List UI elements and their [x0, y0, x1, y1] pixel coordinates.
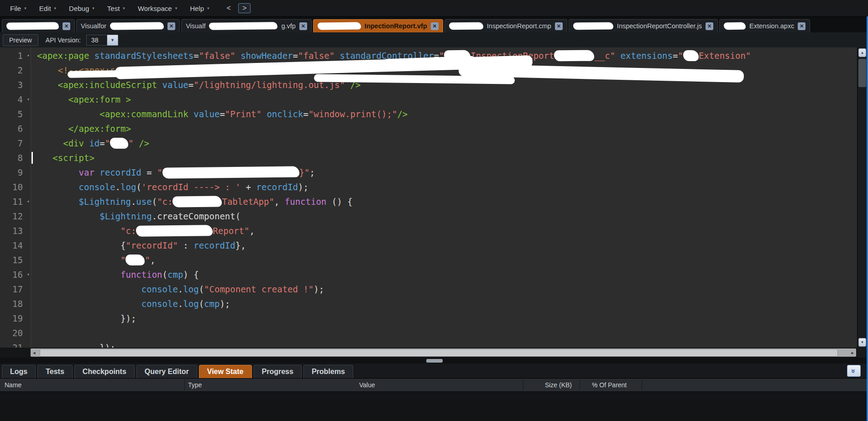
code-text[interactable]: <apex:form > [31, 92, 131, 107]
vertical-scrollbar[interactable]: ▲ ▼ [857, 47, 867, 348]
code-text[interactable]: console.log('recordId ----> : ' + record… [31, 180, 309, 194]
code-token: ); [220, 299, 230, 309]
api-version-select[interactable]: 38 ▼ [86, 35, 118, 46]
code-token [37, 153, 52, 163]
code-text[interactable]: }); [31, 311, 136, 326]
close-icon[interactable]: ✕ [706, 22, 713, 30]
code-text[interactable]: <apex:includeScript value="/lightning/li… [31, 78, 361, 92]
menu-file[interactable]: File▾ [4, 2, 33, 15]
code-line: 11▾ $Lightning.use("c:TabletApp", functi… [0, 194, 857, 209]
fold-arrow-icon[interactable]: ▾ [27, 48, 30, 63]
bottom-tab-logs[interactable]: Logs [2, 365, 36, 378]
column-header-name[interactable]: Name [5, 379, 21, 391]
code-token: /> [139, 138, 149, 148]
scroll-up-icon[interactable]: ▲ [858, 48, 866, 57]
code-text[interactable]: "c:Report", [31, 223, 255, 238]
menu-workspace[interactable]: Workspace▾ [131, 2, 183, 15]
code-text[interactable]: $Lightning.use("c:TabletApp", function (… [31, 194, 352, 209]
menu-debug[interactable]: Debug▾ [63, 2, 101, 15]
fold-arrow-icon[interactable]: ▾ [27, 194, 30, 209]
editor-toolbar: Preview API Version: 38 ▼ [0, 32, 868, 48]
column-header-size-kb-[interactable]: Size (KB) [526, 379, 572, 391]
code-token: <script> [52, 153, 94, 163]
code-token [37, 313, 120, 323]
horizontal-scroll-track[interactable]: ◂ ▸ [31, 348, 856, 357]
code-line: 14 {"recordId" : recordId}, [0, 238, 857, 253]
code-text[interactable]: <script> [31, 151, 94, 165]
bottom-tab-checkpoints[interactable]: Checkpoints [74, 365, 135, 378]
close-icon[interactable]: ✕ [299, 22, 307, 30]
column-header-type[interactable]: Type [188, 379, 202, 391]
code-text[interactable]: "", [31, 253, 155, 267]
vertical-scroll-thumb[interactable] [858, 59, 866, 87]
column-header-value[interactable]: Value [359, 379, 375, 391]
horizontal-scrollbar[interactable]: ◂ ▸ [0, 348, 857, 358]
code-token [37, 167, 79, 177]
editor-tab-3[interactable]: Visualfg.vfp✕ [181, 19, 312, 32]
code-token [134, 138, 139, 148]
splitter-grip-handle[interactable] [426, 359, 443, 363]
code-token: Report" [213, 226, 249, 236]
code-token [157, 80, 162, 90]
code-text[interactable]: </apex:form> [31, 121, 131, 136]
close-icon[interactable]: ✕ [798, 22, 805, 30]
fold-arrow-icon[interactable]: ▾ [27, 267, 30, 282]
code-text[interactable]: }); [31, 340, 115, 348]
chevron-down-icon: ▾ [207, 6, 209, 10]
close-icon[interactable]: ✕ [63, 22, 70, 30]
code-editor[interactable]: 1▾<apex:page standardStylesheets="false"… [0, 47, 857, 348]
code-token: "c: [157, 197, 173, 207]
code-text[interactable]: <div id="" /> [31, 136, 149, 151]
code-token: onclick [267, 109, 303, 119]
preview-button[interactable]: Preview [3, 34, 38, 46]
editor-tab-6[interactable]: InspectionReportController.js✕ [569, 19, 718, 32]
menu-label: Debug [69, 5, 89, 12]
code-token [37, 284, 141, 294]
scroll-down-icon[interactable]: ▼ [858, 338, 866, 347]
editor-tab-5[interactable]: InspectionReport.cmp✕ [444, 19, 567, 32]
collapse-panel-button[interactable]: » [847, 365, 861, 377]
bottom-tab-view-state[interactable]: View State [199, 365, 252, 378]
bottom-tab-problems[interactable]: Problems [303, 365, 353, 378]
menu-help[interactable]: Help▾ [183, 2, 215, 15]
nav-forward-button[interactable]: > [238, 3, 251, 13]
bottom-tab-progress[interactable]: Progress [254, 365, 302, 378]
code-token: ( [199, 284, 204, 294]
close-icon[interactable]: ✕ [431, 22, 439, 30]
chevron-down-icon: ▾ [24, 6, 26, 10]
horizontal-scroll-thumb[interactable] [40, 349, 838, 357]
code-text[interactable] [31, 326, 37, 340]
code-text[interactable]: <apex:commandLink value="Print" onclick=… [31, 107, 408, 121]
menu-test[interactable]: Test▾ [101, 2, 131, 15]
redaction-scribble [125, 255, 145, 265]
code-line: 10 console.log('recordId ----> : ' + rec… [0, 180, 857, 194]
close-icon[interactable]: ✕ [167, 22, 175, 30]
menu-edit[interactable]: Edit▾ [33, 2, 63, 15]
close-icon[interactable]: ✕ [555, 22, 563, 30]
editor-tab-2[interactable]: Visualfor✕ [76, 19, 180, 32]
code-text[interactable]: console.log("Component created !"); [31, 282, 324, 296]
code-line: 5 <apex:commandLink value="Print" onclic… [0, 107, 857, 121]
code-token: log [183, 284, 199, 294]
code-text[interactable]: var recordId = "}"; [31, 165, 315, 180]
column-header--of-parent[interactable]: % Of Parent [592, 379, 627, 391]
code-text[interactable]: function(cmp) { [31, 267, 199, 282]
scroll-left-icon[interactable]: ◂ [33, 348, 36, 357]
chevron-down-icon: ▾ [92, 6, 94, 10]
nav-back-button[interactable]: < [223, 4, 235, 13]
bottom-tab-query-editor[interactable]: Query Editor [136, 365, 197, 378]
code-token [37, 270, 120, 280]
fold-arrow-icon[interactable]: ▾ [27, 92, 30, 107]
bottom-tab-tests[interactable]: Tests [37, 365, 73, 378]
scroll-right-icon[interactable]: ▸ [851, 348, 854, 357]
chevron-down-icon[interactable]: ▼ [107, 35, 118, 46]
code-text[interactable]: $Lightning.createComponent( [31, 209, 241, 223]
panel-splitter[interactable] [0, 358, 868, 364]
code-text[interactable]: {"recordId" : recordId}, [31, 238, 246, 253]
editor-tab-1[interactable]: ✕ [2, 19, 75, 32]
code-text[interactable]: console.log(cmp); [31, 296, 230, 311]
code-token [37, 138, 63, 148]
editor-tab-4[interactable]: InpectionReport.vfp✕ [313, 19, 443, 32]
code-line: 16▾ function(cmp) { [0, 267, 857, 282]
editor-tab-7[interactable]: Extension.apxc✕ [719, 19, 810, 32]
